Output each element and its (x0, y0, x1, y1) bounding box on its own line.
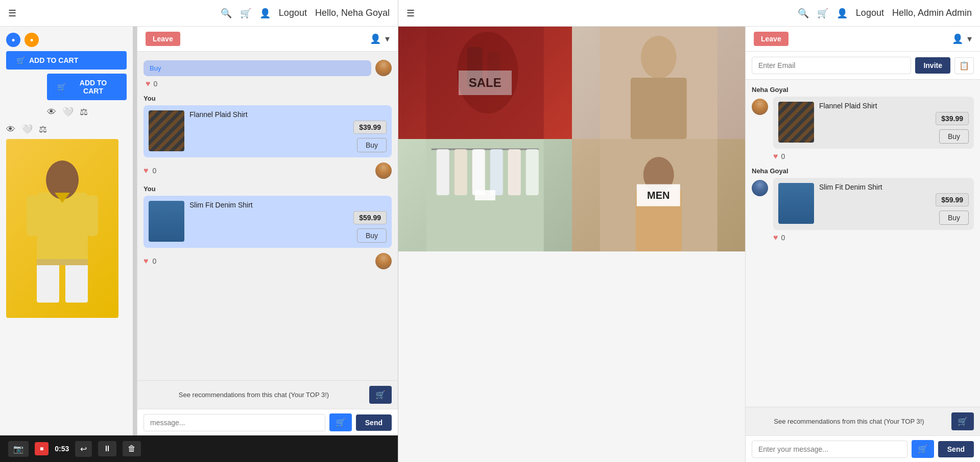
shop-tile-sale[interactable]: SALE (398, 27, 572, 139)
left-add-to-cart-2[interactable]: 🛒 ADD TO CART (47, 74, 127, 100)
left-denim-buy-btn[interactable]: Buy (357, 228, 387, 243)
right-denim-sender: Neha Goyal (752, 167, 974, 175)
shop-tile-new[interactable] (398, 139, 572, 251)
right-copy-icon-btn[interactable]: 📋 (954, 57, 974, 74)
svg-rect-20 (490, 149, 503, 195)
right-recommendation-text: See recommendations from this chat (Your… (752, 418, 946, 425)
left-user-icon[interactable]: 👤 (259, 8, 271, 19)
left-flannel-avatar (375, 163, 392, 179)
right-chat-header: Leave 👤 ▾ (746, 27, 980, 52)
left-chat-chevron-icon[interactable]: ▾ (385, 33, 390, 44)
right-leave-button[interactable]: Leave (754, 32, 788, 46)
left-likes-old: 0 (154, 80, 158, 88)
right-email-invite-row: Invite 📋 (746, 52, 980, 80)
left-compare-icon-2[interactable]: ⚖ (80, 106, 88, 118)
right-flannel-heart[interactable]: ♥ (773, 152, 778, 161)
right-chat-messages: Neha Goyal Flannel Plaid Shirt (746, 80, 980, 407)
left-flannel-sender: You (144, 95, 392, 102)
svg-rect-19 (472, 149, 485, 195)
right-chat-input[interactable] (752, 441, 907, 458)
left-leave-button[interactable]: Leave (146, 32, 180, 46)
cart-icon-1: 🛒 (16, 56, 25, 64)
right-recommendation-btn[interactable]: 🛒 (951, 412, 974, 430)
right-cart-icon[interactable]: 🛒 (817, 8, 828, 19)
right-menu-icon[interactable]: ☰ (407, 8, 415, 19)
svg-rect-21 (508, 149, 521, 195)
left-heart-icon-1[interactable]: 🤍 (21, 124, 33, 135)
left-eye-icon-2[interactable]: 👁 (47, 106, 56, 118)
right-chat-panel: Leave 👤 ▾ Invite 📋 Neha Goyal (745, 27, 980, 462)
left-cart-icon[interactable]: 🛒 (240, 8, 251, 19)
left-recommendation-btn[interactable]: 🛒 (369, 386, 392, 404)
left-menu-icon[interactable]: ☰ (8, 8, 16, 19)
right-chat-user-icon[interactable]: 👤 (952, 33, 963, 44)
left-flannel-footer: ♥ 0 (144, 163, 392, 179)
right-search-icon[interactable]: 🔍 (798, 8, 809, 19)
left-avatar-old (375, 60, 392, 76)
svg-rect-6 (65, 262, 88, 303)
left-video-stop-btn[interactable]: ■ (35, 442, 49, 455)
right-invite-button[interactable]: Invite (915, 57, 950, 74)
right-denim-buy-btn[interactable]: Buy (939, 211, 969, 225)
right-logout-link[interactable]: Logout (856, 8, 884, 18)
yellow-shirt-img (6, 139, 118, 318)
left-video-camera-btn[interactable]: 📷 (8, 441, 29, 457)
right-denim-heart[interactable]: ♥ (773, 233, 778, 242)
left-nav-bar: ☰ 🔍 🛒 👤 Logout Hello, Neha Goyal (0, 0, 398, 27)
left-chat-cart-btn[interactable]: 🛒 (329, 413, 352, 431)
right-flannel-buy-btn[interactable]: Buy (939, 129, 969, 144)
new-banner-text (475, 190, 495, 200)
left-compare-icon-1[interactable]: ⚖ (39, 124, 47, 135)
right-chat-chevron-icon[interactable]: ▾ (967, 33, 972, 44)
svg-rect-3 (27, 195, 38, 236)
left-video-delete-btn[interactable]: 🗑 (123, 441, 141, 456)
svg-rect-18 (455, 149, 467, 195)
left-denim-price: $59.99 (353, 211, 387, 224)
right-denim-name: Slim Fit Denim Shirt (819, 183, 969, 191)
svg-rect-5 (37, 262, 59, 303)
left-heart-icon-2[interactable]: 🤍 (62, 106, 74, 118)
left-denim-avatar (375, 253, 392, 269)
left-main-content: ● ● 🛒 ADD TO CART 🛒 ADD TO CART 👁 🤍 ⚖ (0, 27, 398, 435)
left-flannel-buy-btn[interactable]: Buy (357, 138, 387, 152)
left-denim-heart[interactable]: ♥ (144, 257, 149, 266)
left-chat-user-icon[interactable]: 👤 (370, 33, 381, 44)
left-heart-old[interactable]: ♥ (146, 79, 151, 88)
left-scrollbar[interactable] (133, 27, 137, 435)
left-chat-input[interactable] (144, 414, 325, 431)
svg-rect-17 (437, 149, 449, 195)
left-eye-icon-1[interactable]: 👁 (6, 124, 15, 135)
left-logout-link[interactable]: Logout (279, 8, 307, 18)
right-flannel-thumb (778, 102, 814, 143)
left-video-rewind-btn[interactable]: ↩ (75, 441, 92, 457)
right-user-icon[interactable]: 👤 (836, 8, 848, 19)
left-recommendation-row: See recommendations from this chat (Your… (137, 380, 398, 409)
shop-tile-men[interactable]: MEN (572, 139, 746, 251)
right-email-input[interactable] (752, 57, 911, 74)
right-chat-cart-btn[interactable]: 🛒 (912, 440, 934, 458)
left-chat-header-icons: 👤 ▾ (370, 33, 390, 44)
right-panel: ☰ 🔍 🛒 👤 Logout Hello, Admin Admin SALE (398, 0, 980, 462)
left-video-timer: 0:53 (55, 445, 69, 453)
left-add-to-cart-1[interactable]: 🛒 ADD TO CART (6, 51, 127, 70)
right-denim-price: $59.99 (936, 193, 969, 206)
shop-images-grid: SALE (398, 27, 745, 251)
left-flannel-bubble: Flannel Plaid Shirt $39.99 Buy (144, 105, 392, 157)
left-chat-header: Leave 👤 ▾ (137, 27, 398, 52)
right-denim-message: Neha Goyal Slim Fit Denim Shirt (752, 167, 974, 242)
right-hello-text: Hello, Admin Admin (892, 8, 972, 18)
shop-tile-portrait (572, 27, 746, 139)
left-denim-message: You Slim Fit Denim Shirt $59.99 Buy (144, 185, 392, 269)
left-video-controls: 📷 ■ 0:53 ↩ ⏸ 🗑 (0, 435, 398, 462)
left-video-pause-btn[interactable]: ⏸ (98, 441, 116, 456)
svg-rect-11 (488, 52, 500, 88)
right-main-content: SALE (398, 27, 980, 462)
left-flannel-thumb (149, 110, 184, 151)
left-search-icon[interactable]: 🔍 (221, 8, 232, 19)
svg-rect-4 (87, 195, 98, 236)
left-chat-send-btn[interactable]: Send (356, 414, 392, 431)
svg-rect-0 (37, 193, 88, 264)
right-chat-send-btn[interactable]: Send (938, 441, 974, 457)
left-recommendation-text: See recommendations from this chat (Your… (144, 391, 364, 399)
left-flannel-heart[interactable]: ♥ (144, 166, 149, 175)
